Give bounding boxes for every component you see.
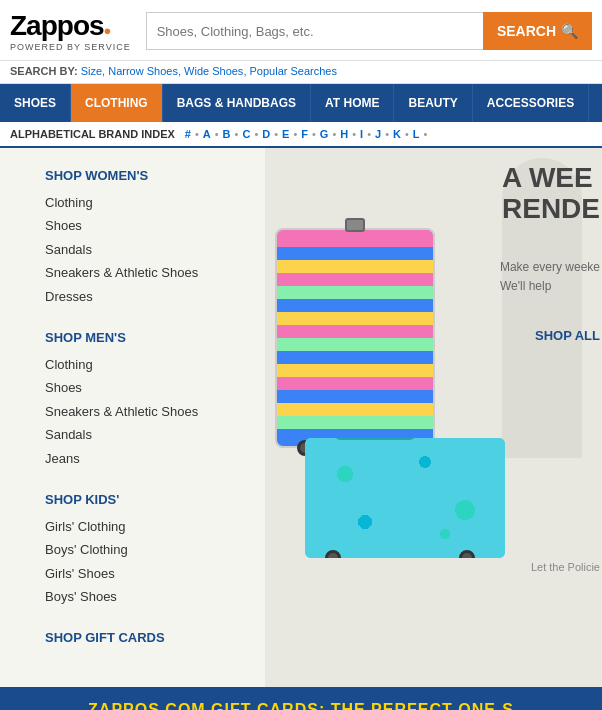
gift-banner-text-end: THE PERFECT ONE-S bbox=[331, 701, 514, 710]
gift-card-banner[interactable]: ZAPPOS.COM GIFT CARDS: THE PERFECT ONE-S bbox=[0, 687, 602, 710]
nav-bags[interactable]: BAGS & HANDBAGS bbox=[163, 84, 311, 122]
search-by-size[interactable]: Size bbox=[81, 65, 102, 77]
sidebar-mens-title: SHOP MEN'S bbox=[45, 330, 250, 345]
promo-subtext: Make every weeke We'll help bbox=[500, 258, 600, 296]
alpha-c[interactable]: C bbox=[242, 128, 250, 140]
sidebar-womens-sandals[interactable]: Sandals bbox=[45, 238, 250, 261]
search-icon: 🔍 bbox=[561, 23, 578, 39]
search-by-narrow[interactable]: Narrow Shoes bbox=[108, 65, 178, 77]
nav-shoes[interactable]: SHOES bbox=[0, 84, 71, 122]
main-nav: SHOES CLOTHING BAGS & HANDBAGS AT HOME B… bbox=[0, 84, 602, 122]
sidebar-mens: SHOP MEN'S Clothing Shoes Sneakers & Ath… bbox=[45, 330, 250, 470]
nav-beauty[interactable]: BEAUTY bbox=[394, 84, 472, 122]
alpha-hash[interactable]: # bbox=[185, 128, 191, 140]
sidebar-mens-sneakers[interactable]: Sneakers & Athletic Shoes bbox=[45, 400, 250, 423]
sidebar-kids-girls-clothing[interactable]: Girls' Clothing bbox=[45, 515, 250, 538]
promo-image-area: A WEE RENDE Make every weeke We'll help … bbox=[265, 148, 602, 687]
alpha-bar-label: ALPHABETICAL BRAND INDEX bbox=[10, 128, 175, 140]
nav-at-home[interactable]: AT HOME bbox=[311, 84, 394, 122]
logo-dot: ● bbox=[104, 23, 112, 38]
sidebar-kids-boys-clothing[interactable]: Boys' Clothing bbox=[45, 538, 250, 561]
search-by-bar: SEARCH BY: Size, Narrow Shoes, Wide Shoe… bbox=[0, 61, 602, 84]
promo-headline: A WEE RENDE bbox=[502, 163, 600, 225]
sidebar-mens-clothing[interactable]: Clothing bbox=[45, 353, 250, 376]
alpha-l[interactable]: L bbox=[413, 128, 420, 140]
sidebar: SHOP WOMEN'S Clothing Shoes Sandals Snea… bbox=[0, 148, 265, 687]
alpha-e[interactable]: E bbox=[282, 128, 289, 140]
striped-luggage bbox=[275, 228, 435, 448]
header: Zappos● POWERED BY SERVICE SEARCH 🔍 bbox=[0, 0, 602, 61]
logo-text: Zappos bbox=[10, 10, 104, 41]
sidebar-womens-sneakers[interactable]: Sneakers & Athletic Shoes bbox=[45, 261, 250, 284]
logo-tagline: POWERED BY SERVICE bbox=[10, 42, 131, 52]
alpha-i[interactable]: I bbox=[360, 128, 363, 140]
sidebar-kids-title: SHOP KIDS' bbox=[45, 492, 250, 507]
floral-bag bbox=[305, 438, 505, 558]
sidebar-mens-jeans[interactable]: Jeans bbox=[45, 447, 250, 470]
nav-accessories[interactable]: ACCESSORIES bbox=[473, 84, 589, 122]
sidebar-womens-title: SHOP WOMEN'S bbox=[45, 168, 250, 183]
alpha-k[interactable]: K bbox=[393, 128, 401, 140]
sidebar-womens: SHOP WOMEN'S Clothing Shoes Sandals Snea… bbox=[45, 168, 250, 308]
sidebar-womens-clothing[interactable]: Clothing bbox=[45, 191, 250, 214]
sidebar-mens-shoes[interactable]: Shoes bbox=[45, 376, 250, 399]
alpha-d[interactable]: D bbox=[262, 128, 270, 140]
logo: Zappos● bbox=[10, 10, 131, 42]
sidebar-kids: SHOP KIDS' Girls' Clothing Boys' Clothin… bbox=[45, 492, 250, 609]
search-area: SEARCH 🔍 bbox=[146, 12, 592, 50]
sidebar-gift: SHOP GIFT CARDS bbox=[45, 630, 250, 645]
promo-bottom-text: Let the Policie bbox=[531, 561, 600, 573]
sidebar-kids-boys-shoes[interactable]: Boys' Shoes bbox=[45, 585, 250, 608]
alpha-g[interactable]: G bbox=[320, 128, 329, 140]
search-button[interactable]: SEARCH 🔍 bbox=[483, 12, 592, 50]
alpha-a[interactable]: A bbox=[203, 128, 211, 140]
alpha-f[interactable]: F bbox=[301, 128, 308, 140]
sidebar-kids-girls-shoes[interactable]: Girls' Shoes bbox=[45, 562, 250, 585]
sidebar-gift-title[interactable]: SHOP GIFT CARDS bbox=[45, 630, 250, 645]
promo-image: A WEE RENDE Make every weeke We'll help … bbox=[265, 148, 602, 588]
search-by-popular[interactable]: Popular Searches bbox=[250, 65, 337, 77]
alpha-b[interactable]: B bbox=[223, 128, 231, 140]
search-by-wide[interactable]: Wide Shoes bbox=[184, 65, 243, 77]
alpha-h[interactable]: H bbox=[340, 128, 348, 140]
alpha-bar: ALPHABETICAL BRAND INDEX # • A • B • C •… bbox=[0, 122, 602, 148]
search-input[interactable] bbox=[146, 12, 483, 50]
content-area: SHOP WOMEN'S Clothing Shoes Sandals Snea… bbox=[0, 148, 602, 687]
gift-banner-text-start: ZAPPOS.COM GIFT CARDS: bbox=[88, 701, 325, 710]
sidebar-womens-shoes[interactable]: Shoes bbox=[45, 214, 250, 237]
nav-clothing[interactable]: CLOTHING bbox=[71, 84, 163, 122]
nav-more[interactable]: SHO... bbox=[589, 84, 602, 122]
sidebar-mens-sandals[interactable]: Sandals bbox=[45, 423, 250, 446]
promo-cta[interactable]: SHOP ALL bbox=[535, 328, 600, 343]
sidebar-womens-dresses[interactable]: Dresses bbox=[45, 285, 250, 308]
alpha-j[interactable]: J bbox=[375, 128, 381, 140]
logo-area: Zappos● POWERED BY SERVICE bbox=[10, 10, 131, 52]
